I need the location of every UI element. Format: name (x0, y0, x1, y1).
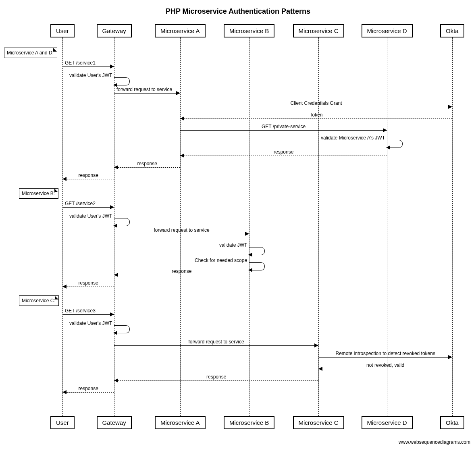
actor-okta: Okta (440, 24, 464, 37)
m12 (114, 218, 130, 226)
m14-label: validate JWT (219, 242, 247, 248)
m20-arrowhead (314, 343, 318, 347)
m22-label: not revoked, valid (366, 362, 404, 368)
actor-user: User (50, 416, 75, 429)
actor-msb: Microservice B (224, 416, 274, 429)
m23 (114, 380, 318, 381)
m23-arrowhead (114, 378, 118, 382)
m12-label: validate User's JWT (69, 213, 112, 219)
actor-msc: Microservice C (293, 24, 344, 37)
actor-user: User (50, 24, 75, 37)
m17 (62, 287, 114, 287)
actor-msc: Microservice C (293, 416, 344, 429)
m15-label: Check for needed scope (195, 258, 247, 263)
actor-msd: Microservice D (362, 416, 413, 429)
m19 (114, 325, 130, 333)
m1-label: GET /service1 (65, 60, 96, 66)
m8-arrowhead (180, 154, 184, 158)
actor-okta: Okta (440, 416, 464, 429)
diagram-title: PHP Microservice Authentication Patterns (0, 7, 476, 16)
sequence-diagram: PHP Microservice Authentication Patterns… (0, 0, 476, 449)
m2 (114, 77, 130, 85)
m1-arrowhead (110, 64, 114, 69)
m14 (249, 247, 265, 255)
actor-msa: Microservice A (155, 416, 206, 429)
lifeline-msa (180, 37, 181, 416)
m7-label: validate Microservice A's JWT (321, 135, 385, 141)
m18-label: GET /service3 (65, 308, 96, 314)
m8-label: response (274, 149, 293, 155)
m3 (114, 93, 180, 94)
m17-label: response (79, 280, 98, 286)
m10 (62, 179, 114, 179)
m20 (114, 345, 318, 346)
m1 (62, 67, 114, 67)
m3-arrowhead (176, 91, 180, 95)
m13 (114, 234, 249, 234)
note_ad: Microservice A and D: (4, 48, 57, 58)
m5-label: Token (310, 112, 323, 118)
m6-arrowhead (383, 128, 387, 132)
lifeline-okta (452, 37, 453, 416)
m11-arrowhead (110, 205, 114, 209)
actor-msd: Microservice D (362, 24, 413, 37)
m22-arrowhead (318, 367, 322, 371)
actor-gateway: Gateway (97, 24, 132, 37)
m21-arrowhead (448, 355, 452, 359)
m22 (318, 369, 452, 369)
m6-label: GET /private-service (262, 124, 306, 129)
lifeline-msc (318, 37, 319, 416)
m3-label: forward request to service (116, 87, 172, 92)
m24-label: response (79, 386, 98, 391)
note_c: Microservice C: (19, 295, 59, 306)
actor-msa: Microservice A (155, 24, 206, 37)
note_b: Microservice B: (19, 188, 58, 199)
lifeline-user (62, 37, 63, 416)
m4 (180, 107, 452, 107)
m11-label: GET /service2 (65, 201, 96, 206)
m17-arrowhead (62, 285, 67, 289)
m7 (387, 140, 403, 148)
m4-label: Client Credentials Grant (291, 100, 342, 106)
watermark: www.websequencediagrams.com (399, 439, 470, 445)
m10-label: response (79, 173, 98, 178)
m13-label: forward request to service (154, 227, 210, 233)
m21-label: Remote introspection to detect revoked t… (336, 351, 435, 356)
m24-arrowhead (62, 390, 67, 394)
m16 (114, 275, 249, 275)
m18 (62, 314, 114, 315)
m4-arrowhead (448, 105, 452, 109)
m16-arrowhead (114, 273, 118, 277)
m18-arrowhead (110, 312, 114, 316)
m19-label: validate User's JWT (69, 320, 112, 326)
m23-label: response (206, 374, 226, 380)
actor-gateway: Gateway (97, 416, 132, 429)
m2-label: validate User's JWT (69, 73, 112, 78)
m20-label: forward request to service (189, 339, 244, 345)
lifeline-msd (387, 37, 387, 416)
m11 (62, 207, 114, 208)
m21 (318, 357, 452, 358)
m9-label: response (137, 161, 157, 166)
m10-arrowhead (62, 177, 67, 181)
m5-arrowhead (180, 116, 184, 121)
m9-arrowhead (114, 165, 118, 169)
m13-arrowhead (245, 232, 249, 236)
lifeline-msb (249, 37, 249, 416)
m24 (62, 392, 114, 393)
m5 (180, 118, 452, 119)
m9 (114, 167, 180, 168)
m16-label: response (172, 268, 191, 274)
m8 (180, 156, 387, 156)
m6 (180, 130, 387, 131)
actor-msb: Microservice B (224, 24, 274, 37)
m15 (249, 262, 265, 270)
